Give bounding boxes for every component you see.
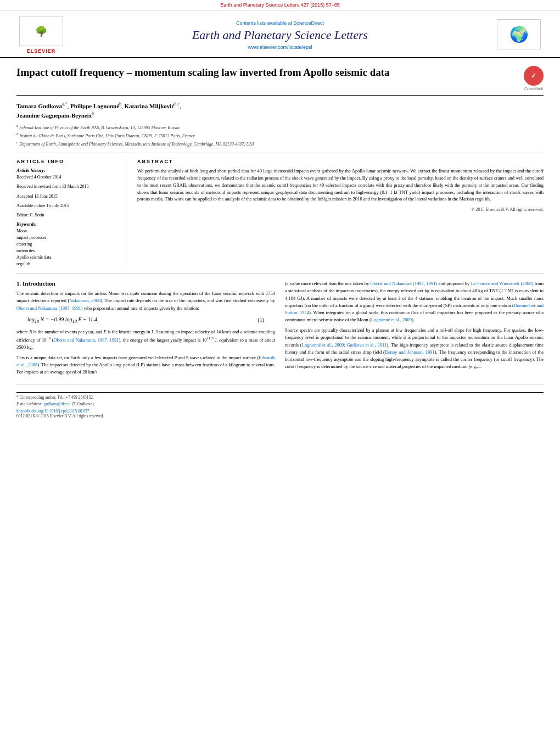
affil-b: b Institut du Globe de Paris, Sorbonne P… — [16, 131, 544, 140]
history-label: Article history: — [16, 168, 118, 173]
affil-c: c Department of Earth, Atmospheric and P… — [16, 140, 544, 148]
abstract-title: ABSTRACT — [137, 159, 544, 164]
footer-divider — [16, 384, 544, 384]
elsevier-tree-icon: 🌳 — [35, 25, 47, 37]
main-content: Impact cutoff frequency – momentum scali… — [0, 58, 560, 424]
author-email[interactable]: gudkova@ifz.ru — [44, 401, 71, 406]
received-date: Received 4 October 2014 — [16, 174, 118, 180]
corresponding-note: * Corresponding author. Tel.: +7 499 254… — [16, 395, 544, 401]
abstract-section: ABSTRACT We perform the analysis of both… — [137, 159, 544, 267]
affiliations: a Schmidt Institute of Physics of the Ea… — [16, 123, 544, 147]
intro-para3: This is a unique data set, on Earth only… — [16, 354, 275, 376]
equation-text: log10 N = −0.99 log10 E + 11.4, — [27, 316, 99, 324]
crossmark-icon: ✓ — [524, 66, 544, 86]
kw-regolith: regolith — [16, 261, 118, 267]
intro-heading: 1. Introduction — [16, 280, 275, 287]
footer-copyright: 0012-821X/© 2015 Elsevier B.V. All right… — [16, 414, 544, 419]
sciencedirect-link: Contents lists available at ScienceDirec… — [77, 20, 483, 26]
paper-title-section: Impact cutoff frequency – momentum scali… — [16, 66, 544, 96]
kw-cratering: cratering — [16, 241, 118, 248]
abstract-text: We perform the analysis of both long and… — [137, 168, 544, 203]
doi-link[interactable]: http://dx.doi.org/10.1016/j.epsl.2015.06… — [16, 409, 544, 414]
article-info: ARTICLE INFO Article history: Received 4… — [16, 159, 126, 267]
crossmark[interactable]: ✓ CrossMark — [524, 66, 544, 91]
accepted-date: Accepted 13 June 2015 — [16, 193, 118, 199]
editor: Editor: C. Sotin — [16, 212, 118, 218]
available-date: Available online 16 July 2015 — [16, 203, 118, 209]
info-abstract-section: ARTICLE INFO Article history: Received 4… — [16, 153, 544, 274]
intro-para2: where N is the number of events per year… — [16, 328, 275, 351]
body-left-col: 1. Introduction The seismic detection of… — [16, 280, 275, 379]
elsevier-label: ELSEVIER — [27, 48, 56, 54]
revised-date: Received in revised form 13 March 2015 — [16, 183, 118, 189]
intro-para1: The seismic detection of impacts on the … — [16, 290, 275, 312]
keywords-section: Keywords: Moon impact processes craterin… — [16, 221, 118, 267]
journal-title: Earth and Planetary Science Letters — [77, 28, 483, 42]
journal-logo-right: 🌍 — [494, 19, 544, 51]
article-info-title: ARTICLE INFO — [16, 159, 118, 164]
journal-bar: Earth and Planetary Science Letters 427 … — [0, 0, 560, 10]
kw-moon: Moon — [16, 228, 118, 235]
body-section: 1. Introduction The seismic detection of… — [16, 280, 544, 379]
crossmark-label: CrossMark — [524, 87, 543, 91]
abstract-copyright: © 2015 Elsevier B.V. All rights reserved… — [137, 207, 544, 212]
journal-bar-text: Earth and Planetary Science Letters 427 … — [220, 2, 340, 8]
equation-1: log10 N = −0.99 log10 E + 11.4, (1) — [16, 316, 275, 324]
authors: Tamara Gudkovaa,*, Philippe Lognonnéb, K… — [16, 101, 544, 120]
right-para2: Source spectra are typically characteriz… — [285, 327, 544, 370]
affil-a: a Schmidt Institute of Physics of the Ea… — [16, 123, 544, 131]
header-section: 🌳 ELSEVIER Contents lists available at S… — [0, 10, 560, 58]
kw-impact: impact processes — [16, 235, 118, 241]
right-para1: (a value more relevant than the one take… — [285, 280, 544, 323]
email-note: E-mail address: gudkova@ifz.ru (T. Gudko… — [16, 401, 544, 408]
keywords-label: Keywords: — [16, 221, 118, 227]
elsevier-logo: 🌳 ELSEVIER — [16, 16, 66, 54]
elsevier-tree-box: 🌳 — [19, 16, 63, 46]
body-right-col: (a value more relevant than the one take… — [285, 280, 544, 379]
footer-section: * Corresponding author. Tel.: +7 499 254… — [16, 392, 544, 419]
kw-apollo: Apollo seismic data — [16, 254, 118, 261]
earth-globe-icon: 🌍 — [497, 19, 541, 49]
sciencedirect-text[interactable]: ScienceDirect — [294, 20, 324, 26]
kw-meteorites: meteorites — [16, 248, 118, 254]
header-center: Contents lists available at ScienceDirec… — [66, 20, 494, 50]
journal-url[interactable]: www.elsevier.com/locate/epsl — [77, 44, 483, 50]
paper-title: Impact cutoff frequency – momentum scali… — [16, 66, 390, 80]
equation-number: (1) — [257, 317, 264, 323]
